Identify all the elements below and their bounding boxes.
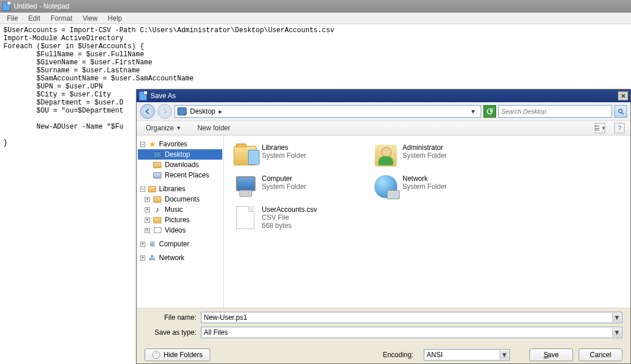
sidebar-item-music[interactable]: +♪Music	[138, 204, 222, 215]
file-name-field[interactable]: New-User.ps1 ▼	[201, 312, 622, 323]
notepad-app-icon	[2, 2, 10, 11]
documents-icon	[153, 195, 162, 203]
save-as-dialog: Save As ✕ Desktop ▸ ▾ Organize▼	[136, 89, 631, 364]
computer-icon: 🖥	[148, 240, 157, 248]
computer-icon	[233, 175, 257, 199]
chevron-up-icon: ˄	[152, 351, 160, 359]
close-button[interactable]: ✕	[618, 91, 628, 100]
cancel-button[interactable]: Cancel	[579, 348, 622, 361]
save-button[interactable]: Save	[529, 348, 573, 361]
list-item[interactable]: NetworkSystem Folder	[371, 171, 512, 202]
list-item[interactable]: AdministratorSystem Folder	[371, 140, 512, 171]
expand-icon[interactable]: +	[140, 242, 145, 247]
expand-icon[interactable]: +	[140, 255, 145, 261]
svg-line-1	[622, 113, 624, 114]
list-item[interactable]: LibrariesSystem Folder	[231, 140, 371, 171]
svg-point-0	[618, 109, 622, 113]
expand-icon[interactable]: +	[145, 228, 150, 233]
forward-button[interactable]	[157, 104, 172, 119]
file-list[interactable]: LibrariesSystem Folder AdministratorSyst…	[224, 135, 630, 308]
sidebar-item-videos[interactable]: +Videos	[138, 225, 222, 235]
desktop-icon	[153, 150, 162, 158]
refresh-icon	[486, 107, 494, 115]
music-icon: ♪	[153, 206, 162, 214]
toolbar: Organize▼ New folder ☰▼ ?	[137, 121, 630, 135]
notepad-menubar: File Edit Format View Help	[0, 13, 631, 24]
collapse-icon[interactable]: −	[140, 142, 145, 147]
menu-format[interactable]: Format	[46, 13, 77, 24]
sidebar-item-desktop[interactable]: Desktop	[138, 149, 222, 160]
chevron-down-icon[interactable]: ▼	[612, 328, 621, 337]
collapse-icon[interactable]: −	[140, 187, 145, 192]
dialog-title: Save As	[150, 92, 176, 100]
pictures-icon	[153, 216, 162, 224]
user-icon	[374, 144, 398, 168]
chevron-down-icon[interactable]: ▼	[500, 350, 509, 359]
sidebar-network-header[interactable]: + 🖧 Network	[138, 253, 222, 263]
list-item[interactable]: ComputerSystem Folder	[231, 171, 371, 202]
libraries-icon	[233, 144, 257, 168]
hide-folders-button[interactable]: ˄ Hide Folders	[145, 348, 210, 361]
recent-icon	[153, 171, 162, 179]
notepad-title: Untitled - Notepad	[14, 2, 69, 10]
sidebar-item-documents[interactable]: +Documents	[138, 194, 222, 204]
arrow-right-icon	[161, 107, 169, 115]
search-icon	[617, 108, 625, 115]
search-button[interactable]	[614, 105, 627, 118]
bottom-panel: File name: New-User.ps1 ▼ Save as type: …	[137, 308, 630, 363]
menu-view[interactable]: View	[78, 13, 102, 24]
dialog-titlebar[interactable]: Save As ✕	[137, 90, 630, 102]
save-as-type-label: Save as type:	[145, 328, 201, 336]
file-icon	[233, 206, 257, 230]
organize-button[interactable]: Organize▼	[142, 123, 185, 133]
expand-icon[interactable]: +	[145, 218, 150, 223]
sidebar-libraries-header[interactable]: − Libraries	[138, 184, 222, 194]
encoding-field[interactable]: ANSI ▼	[424, 349, 510, 361]
chevron-down-icon: ▼	[176, 125, 181, 131]
help-button[interactable]: ?	[614, 123, 625, 133]
sidebar-computer-header[interactable]: + 🖥 Computer	[138, 239, 222, 249]
save-as-type-field[interactable]: All Files ▼	[201, 327, 622, 338]
sidebar-item-pictures[interactable]: +Pictures	[138, 215, 222, 225]
dialog-icon	[139, 91, 147, 100]
search-input[interactable]	[499, 108, 611, 115]
address-location: Desktop	[190, 107, 215, 115]
folder-icon	[153, 161, 162, 169]
menu-file[interactable]: File	[2, 13, 22, 24]
chevron-down-icon[interactable]: ▼	[612, 313, 621, 322]
chevron-down-icon: ▼	[601, 126, 606, 131]
star-icon: ★	[148, 140, 157, 148]
refresh-button[interactable]	[483, 105, 496, 118]
desktop-icon	[177, 107, 187, 115]
view-options-button[interactable]: ☰▼	[595, 123, 605, 133]
chevron-down-icon[interactable]: ▾	[471, 107, 478, 115]
expand-icon[interactable]: +	[145, 207, 150, 212]
sidebar: − ★ Favorites Desktop Downloads Recent P…	[137, 135, 224, 308]
sidebar-item-recent-places[interactable]: Recent Places	[138, 170, 222, 180]
list-item[interactable]: UserAccounts.csvCSV File668 bytes	[231, 202, 371, 233]
network-icon	[374, 175, 398, 199]
address-bar[interactable]: Desktop ▸ ▾	[175, 105, 481, 118]
menu-help[interactable]: Help	[103, 13, 127, 24]
videos-icon	[153, 226, 162, 234]
new-folder-button[interactable]: New folder	[194, 123, 234, 133]
libraries-icon	[148, 185, 157, 193]
menu-edit[interactable]: Edit	[24, 13, 45, 24]
file-name-label: File name:	[145, 313, 201, 322]
sidebar-favorites-header[interactable]: − ★ Favorites	[138, 139, 222, 149]
chevron-right-icon[interactable]: ▸	[219, 107, 226, 115]
encoding-label: Encoding:	[383, 351, 418, 359]
nav-row: Desktop ▸ ▾	[137, 102, 630, 121]
arrow-left-icon	[144, 107, 152, 115]
search-box[interactable]	[498, 105, 612, 118]
back-button[interactable]	[140, 104, 155, 119]
sidebar-item-downloads[interactable]: Downloads	[138, 160, 222, 170]
network-icon: 🖧	[148, 254, 157, 262]
notepad-titlebar[interactable]: Untitled - Notepad	[0, 0, 631, 13]
expand-icon[interactable]: +	[145, 197, 150, 202]
